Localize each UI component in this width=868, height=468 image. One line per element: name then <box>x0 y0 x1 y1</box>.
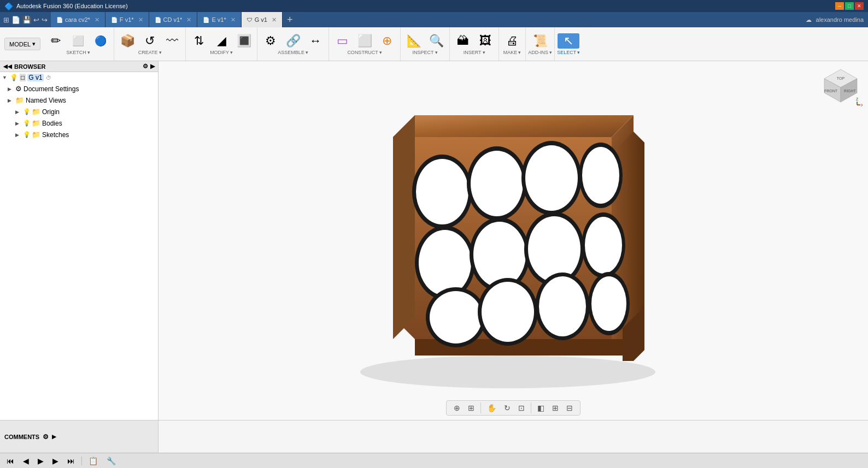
measure-button[interactable]: 📐 <box>403 33 425 49</box>
sketch-create-button[interactable]: ✏ <box>45 33 67 49</box>
tree-light-bodies[interactable]: 💡 <box>23 120 31 127</box>
scripts-button[interactable]: 📜 <box>529 33 551 49</box>
tree-light-sketches[interactable]: 💡 <box>23 131 31 138</box>
press-pull-button[interactable]: ⇅ <box>188 33 210 49</box>
navigation-cube[interactable]: TOP FRONT RIGHT X Z <box>819 67 863 110</box>
close-button[interactable]: ✕ <box>855 2 864 10</box>
step-back-button[interactable]: ◀ <box>21 455 31 466</box>
tab-add-button[interactable]: + <box>283 14 297 26</box>
motion-link-button[interactable]: ↔ <box>304 33 326 49</box>
joint-button[interactable]: 🔗 <box>282 33 304 49</box>
browser-back-icon[interactable]: ◀◀ <box>3 63 12 69</box>
select-button[interactable]: ↖ <box>558 33 579 49</box>
user-name: alexandro medina <box>816 16 864 23</box>
pan-button[interactable]: ✋ <box>484 402 499 413</box>
tree-label-root: G v1 <box>27 74 43 81</box>
tab-fv1-label: F v1* <box>120 16 134 23</box>
midplane-button[interactable]: ⬜ <box>354 33 376 49</box>
tree-history-icon[interactable]: ⏱ <box>46 75 51 81</box>
revolve-button[interactable]: ↺ <box>139 33 161 49</box>
axis-through-button[interactable]: ⊕ <box>376 33 398 49</box>
create-label[interactable]: CREATE ▾ <box>138 50 162 55</box>
tab-gv1-close[interactable]: ✕ <box>272 16 277 23</box>
extrude-button[interactable]: 📦 <box>116 33 138 49</box>
tab-fv1[interactable]: 📄 F v1* ✕ <box>105 12 149 27</box>
insert-mesh-button[interactable]: 🏔 <box>452 33 474 49</box>
tab-gv1[interactable]: 🛡 G v1 ✕ <box>242 12 283 27</box>
minimize-button[interactable]: ─ <box>835 2 844 10</box>
tab-cdv1[interactable]: 📄 CD v1* ✕ <box>149 12 198 27</box>
zoom-fit-button[interactable]: ⊡ <box>515 402 527 413</box>
step-forward-button[interactable]: ▶ <box>50 455 61 466</box>
tab-cdv1-close[interactable]: ✕ <box>186 16 191 23</box>
fillet-button[interactable]: ◢ <box>210 33 232 49</box>
construct-label[interactable]: CONSTRUCT ▾ <box>347 50 382 55</box>
sweep-button[interactable]: 〰 <box>161 33 183 49</box>
file-icon[interactable]: 📄 <box>11 16 20 24</box>
shell-button[interactable]: 🔳 <box>233 33 255 49</box>
tree-item-named-views[interactable]: ▶ 📁 Named Views <box>0 94 158 106</box>
tab-cdv1-label: CD v1* <box>163 16 183 23</box>
inspect-label[interactable]: INSPECT ▾ <box>413 50 438 55</box>
tree-item-sketches[interactable]: ▶ 💡 📁 Sketches <box>0 129 158 140</box>
toolbar-select-section: ↖ SELECT ▾ <box>555 27 582 61</box>
tree-item-doc-settings[interactable]: ▶ ⚙ Document Settings <box>0 83 158 94</box>
visual-style-button[interactable]: ⊟ <box>564 402 576 413</box>
tab-ev1[interactable]: 📄 E v1* ✕ <box>197 12 241 27</box>
timeline-settings-button[interactable]: 📋 <box>86 455 100 466</box>
play-button[interactable]: ▶ <box>36 455 46 466</box>
browser-settings-icon[interactable]: ⚙ <box>143 63 148 70</box>
tab-cara[interactable]: 📄 cara cv2* ✕ <box>51 12 105 27</box>
shell-icon: 🔳 <box>237 35 251 47</box>
maximize-button[interactable]: □ <box>845 2 854 10</box>
orbit-button[interactable]: ↻ <box>501 402 513 413</box>
finish-sketch-button[interactable]: ⬜ <box>67 34 89 48</box>
toolbar-separator-2 <box>531 402 531 413</box>
svg-point-0 <box>360 356 655 388</box>
addins-label[interactable]: ADD-INS ▾ <box>528 50 552 55</box>
assemble-label[interactable]: ASSEMBLE ▾ <box>278 50 308 55</box>
comments-collapse-icon[interactable]: ▶ <box>52 434 56 440</box>
new-component-button[interactable]: ⚙ <box>260 33 281 49</box>
undo-icon[interactable]: ↩ <box>33 16 39 24</box>
tab-ev1-close[interactable]: ✕ <box>231 16 236 23</box>
insert-svg-button[interactable]: 🖼 <box>474 33 496 49</box>
sketch-label[interactable]: SKETCH ▾ <box>66 50 90 55</box>
tree-folder-bodies-icon: 📁 <box>32 119 40 127</box>
3d-print-button[interactable]: 🖨 <box>501 33 523 49</box>
tab-cara-close[interactable]: ✕ <box>95 16 99 23</box>
model-button[interactable]: MODEL ▾ <box>4 38 40 50</box>
tree-item-root[interactable]: ▼ 💡 □ G v1 ⏱ <box>0 72 158 83</box>
tab-ev1-label: E v1* <box>212 16 226 23</box>
offset-plane-button[interactable]: ▭ <box>331 33 353 49</box>
history-button[interactable]: 🔧 <box>104 455 118 466</box>
comments-settings-icon[interactable]: ⚙ <box>43 433 49 441</box>
section-analysis-button[interactable]: 🔍 <box>425 33 447 49</box>
bottom-toolbar: ⊕ ⊞ ✋ ↻ ⊡ ◧ ⊞ ⊟ <box>446 400 580 416</box>
comments-label: COMMENTS <box>4 434 39 440</box>
save-icon[interactable]: 💾 <box>22 16 31 24</box>
modify-label[interactable]: MODIFY ▾ <box>210 50 233 55</box>
browser-collapse-icon[interactable]: ▶ <box>150 63 155 70</box>
tree-visibility-root[interactable]: 💡 <box>10 74 18 81</box>
toolbar-construct-group: ▭ ⬜ ⊕ <box>331 33 398 49</box>
grid-settings-button[interactable]: ⊞ <box>549 402 561 413</box>
insert-label[interactable]: INSERT ▾ <box>464 50 485 55</box>
toolbar-assemble-section: ⚙ 🔗 ↔ ASSEMBLE ▾ <box>257 27 329 61</box>
grid-icon[interactable]: ⊞ <box>3 16 9 24</box>
tab-fv1-close[interactable]: ✕ <box>138 16 143 23</box>
viewport[interactable]: TOP FRONT RIGHT X Z ⊕ ⊞ ✋ ↻ ⊡ ◧ ⊞ ⊟ <box>159 61 868 420</box>
tree-light-origin[interactable]: 💡 <box>23 108 31 115</box>
palette-button[interactable]: 🔵 <box>90 34 112 48</box>
make-label[interactable]: MAKE ▾ <box>503 50 521 55</box>
tree-item-origin[interactable]: ▶ 💡 📁 Origin <box>0 106 158 117</box>
select-label[interactable]: SELECT ▾ <box>557 50 580 55</box>
redo-icon[interactable]: ↪ <box>42 16 48 24</box>
display-settings-button[interactable]: ◧ <box>535 402 547 413</box>
tree-item-bodies[interactable]: ▶ 💡 📁 Bodies <box>0 117 158 129</box>
rewind-button[interactable]: ⏮ <box>4 455 16 466</box>
fast-forward-button[interactable]: ⏭ <box>65 455 77 466</box>
toolbar-insert-group: 🏔 🖼 <box>452 33 496 49</box>
grid-display-button[interactable]: ⊞ <box>465 402 477 413</box>
snap-button[interactable]: ⊕ <box>451 402 463 413</box>
